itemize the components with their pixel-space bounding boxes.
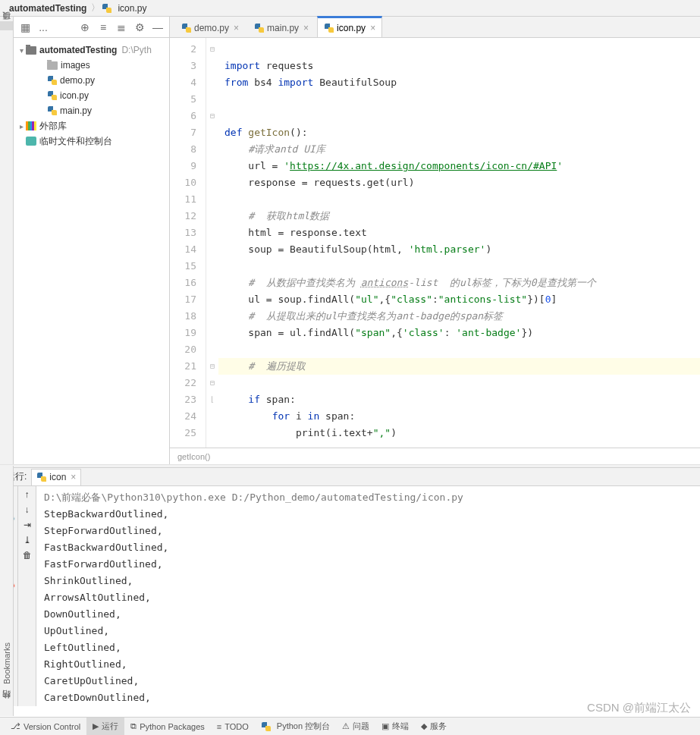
tree-folder-images[interactable]: images (14, 58, 169, 73)
python-file-icon (324, 23, 334, 33)
scratch-icon (26, 137, 36, 146)
code-area[interactable]: import requests from bs4 import Beautifu… (218, 38, 700, 448)
tree-root[interactable]: ▾ automatedTesting D:\Pyth (14, 42, 169, 58)
editor-tabs: demo.py × main.py × icon.py × (170, 17, 700, 38)
bottom-terminal[interactable]: ▣终端 (375, 718, 415, 735)
hide-icon[interactable]: — (149, 19, 166, 36)
editor-breadcrumb[interactable]: getIcon() (170, 448, 700, 464)
folder-icon (47, 61, 58, 70)
editor-body[interactable]: 2345678910111213141516171819202122232425… (170, 38, 700, 448)
run-tab[interactable]: icon × (31, 469, 81, 485)
structure-tab[interactable]: 结构 (0, 702, 13, 708)
run-left-rail-2: ↑ ↓ ⇥ ⤓ 🗑 (18, 486, 36, 706)
bottom-vcs[interactable]: ⎇Version Control (5, 718, 86, 735)
close-icon[interactable]: × (370, 23, 375, 33)
play-icon: ▶ (93, 721, 99, 731)
bottom-problems[interactable]: ⚠问题 (336, 718, 375, 735)
bottom-todo[interactable]: ≡TODO (211, 718, 255, 735)
project-panel: ▦ ... ⊕ ≡ ≣ ⚙ — ▾ automatedTesting D:\Py… (14, 17, 170, 464)
console-output[interactable]: D:\前端必备\Python310\python.exe D:/Python_d… (36, 486, 700, 706)
tree-ext-lib[interactable]: ▸ 外部库 (14, 118, 169, 133)
warning-icon: ⚠ (342, 721, 350, 731)
services-icon: ◆ (421, 721, 427, 731)
scroll-icon[interactable]: ⤓ (24, 535, 31, 545)
bottom-run[interactable]: ▶运行 (86, 718, 124, 735)
branch-icon: ⎇ (11, 721, 20, 731)
bookmarks-tab[interactable]: Bookmarks (2, 639, 12, 687)
run-header: 运行: icon × (0, 468, 700, 486)
close-icon[interactable]: × (234, 23, 239, 33)
tab-main[interactable]: main.py × (247, 17, 315, 37)
close-icon[interactable]: × (71, 472, 76, 482)
left-lower-rail: Bookmarks 结构 (0, 466, 14, 716)
python-file-icon (36, 472, 47, 482)
project-toolbar: ▦ ... ⊕ ≡ ≣ ⚙ — (14, 17, 169, 38)
folder-icon (26, 46, 36, 55)
package-icon: ⧉ (130, 721, 137, 731)
tree-file-main[interactable]: main.py (14, 103, 169, 118)
select-opened-icon[interactable]: ▦ (17, 19, 33, 36)
python-file-icon (47, 105, 58, 116)
python-file-icon (102, 3, 112, 14)
trash-icon[interactable]: 🗑 (23, 550, 32, 561)
tree-scratch[interactable]: 临时文件和控制台 (14, 133, 169, 149)
python-file-icon (47, 90, 58, 101)
console-cmd: D:\前端必备\Python310\python.exe D:/Python_d… (44, 489, 692, 506)
editor-panel: demo.py × main.py × icon.py × 2345678910… (170, 17, 700, 464)
wrap-icon[interactable]: ⇥ (24, 520, 31, 530)
breadcrumb-bar: automatedTesting 〉 icon.py (0, 0, 700, 17)
python-file-icon (261, 721, 272, 732)
bottom-services[interactable]: ◆服务 (415, 718, 453, 735)
down-icon[interactable]: ↓ (25, 504, 30, 515)
breadcrumb-root[interactable]: automatedTesting (6, 3, 89, 14)
python-file-icon (254, 23, 265, 33)
run-panel: 运行: icon × ▶ 🔧 ■ ◧ 🖶 📌 ↑ ↓ ⇥ ⤓ 🗑 D:\前端必备… (0, 467, 700, 706)
fold-column: ⊟ ⊟ ⊟⊟⌊ (206, 38, 218, 448)
bottom-toolbar: ⎇Version Control ▶运行 ⧉Python Packages ≡T… (0, 717, 700, 735)
chevron-down-icon: ▾ (17, 46, 26, 55)
chevron-right-icon: 〉 (89, 2, 102, 14)
close-icon[interactable]: × (303, 23, 309, 33)
left-tool-rail: 项目 (0, 17, 14, 464)
tree-file-demo[interactable]: demo.py (14, 73, 169, 88)
python-file-icon (47, 75, 58, 86)
library-icon (26, 121, 36, 130)
breadcrumb-file[interactable]: icon.py (115, 3, 149, 14)
locate-icon[interactable]: ⊕ (77, 19, 93, 36)
collapse-all-icon[interactable]: ≣ (113, 19, 130, 36)
toolbar-more[interactable]: ... (35, 19, 52, 36)
expand-all-icon[interactable]: ≡ (95, 19, 111, 36)
line-gutter: 2345678910111213141516171819202122232425 (170, 38, 206, 448)
bottom-pyconsole[interactable]: Python 控制台 (255, 718, 336, 735)
chevron-right-icon: ▸ (17, 122, 26, 130)
project-tool-tab[interactable]: 项目 (0, 21, 13, 30)
project-tree: ▾ automatedTesting D:\Pyth images demo.p… (14, 38, 169, 153)
list-icon: ≡ (217, 722, 221, 731)
python-file-icon (181, 23, 192, 33)
tab-icon[interactable]: icon.py × (317, 16, 382, 37)
terminal-icon: ▣ (381, 721, 389, 731)
tree-file-icon[interactable]: icon.py (14, 88, 169, 103)
gear-icon[interactable]: ⚙ (131, 19, 148, 36)
bottom-packages[interactable]: ⧉Python Packages (124, 718, 211, 735)
tab-demo[interactable]: demo.py × (174, 17, 246, 37)
up-icon[interactable]: ↑ (25, 489, 30, 500)
